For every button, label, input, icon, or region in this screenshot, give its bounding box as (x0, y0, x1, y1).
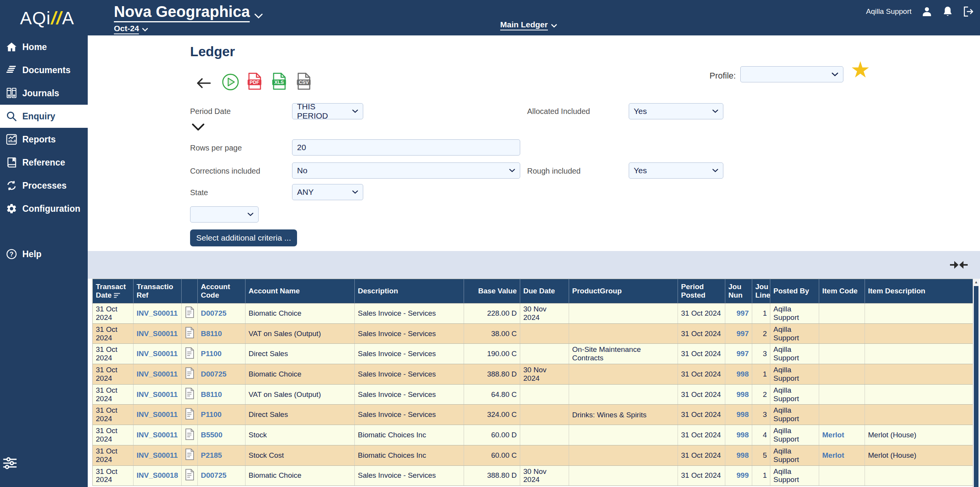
cell-document-icon[interactable] (182, 425, 198, 445)
cell-journal-number[interactable]: 998 (725, 384, 752, 405)
cell-journal-number[interactable]: 999 (725, 465, 752, 486)
export-csv-button[interactable]: CSV (296, 72, 312, 92)
cell-journal-number[interactable]: 998 (725, 364, 752, 385)
cell-transaction-ref[interactable]: INV_S00011 (134, 303, 182, 324)
logout-icon[interactable] (962, 5, 974, 18)
sidebar-item-processes[interactable]: Processes (0, 174, 88, 197)
back-button[interactable] (195, 77, 212, 91)
cell-document-icon[interactable] (182, 323, 198, 344)
cell-account-code[interactable]: B8110 (198, 384, 245, 405)
scroll-up-arrow-icon[interactable]: ▲ (973, 279, 979, 285)
cell-transaction-ref[interactable]: INV_S00018 (134, 465, 182, 486)
scrollbar-thumb[interactable] (974, 286, 978, 487)
company-selector[interactable]: Nova Geographica (114, 3, 263, 22)
col-transaction-ref[interactable]: Transactio Ref (134, 279, 182, 303)
cell-transaction-ref[interactable]: INV_S00011 (134, 425, 182, 445)
export-pdf-button[interactable]: PDF (247, 72, 262, 92)
cell-journal-number[interactable]: 997 (725, 344, 752, 364)
cell-account-name: Stock (245, 425, 355, 445)
cell-document-icon[interactable] (182, 445, 198, 465)
bell-icon[interactable] (942, 5, 953, 18)
cell-account-code[interactable]: D00725 (198, 303, 245, 324)
expand-criteria-chevron-icon[interactable] (192, 123, 205, 133)
cell-account-code[interactable]: D00725 (198, 465, 245, 486)
ledger-selector[interactable]: Main Ledger (500, 20, 557, 30)
sidebar-item-reports[interactable]: Reports (0, 128, 88, 151)
cell-due-date (520, 405, 569, 425)
cell-account-code[interactable]: P1100 (198, 344, 245, 364)
person-icon[interactable] (921, 5, 933, 18)
cell-document-icon[interactable] (182, 364, 198, 385)
sidebar-item-configuration[interactable]: Configuration (0, 197, 88, 220)
col-account-code[interactable]: Account Code (198, 279, 245, 303)
sidebar-item-enquiry[interactable]: Enquiry (0, 105, 88, 128)
rows-per-page-input[interactable] (292, 139, 520, 156)
cell-account-code[interactable]: B8110 (198, 323, 245, 344)
period-date-value: THIS PERIOD (297, 102, 348, 120)
cell-journal-number[interactable]: 997 (725, 303, 752, 324)
collapse-columns-icon[interactable] (950, 259, 968, 272)
sliders-icon[interactable] (2, 455, 18, 472)
col-description[interactable]: Description (355, 279, 464, 303)
col-period-posted[interactable]: Period Posted (678, 279, 725, 303)
cell-transaction-ref[interactable]: INV_S00011 (134, 405, 182, 425)
cell-transaction-ref[interactable]: INV_S00011 (134, 445, 182, 465)
main-content: Ledger PDF XLS CSV Profile: ★ Period Dat… (88, 35, 980, 487)
col-item-code[interactable]: Item Code (819, 279, 865, 303)
cell-transaction-ref[interactable]: INV_S00011 (134, 323, 182, 344)
state-select[interactable]: ANY (292, 184, 363, 200)
cell-period-posted: 31 Oct 2024 (678, 405, 725, 425)
run-enquiry-button[interactable] (222, 73, 239, 92)
star-icon[interactable]: ★ (850, 59, 870, 81)
chart-icon (6, 134, 17, 145)
cell-journal-number[interactable]: 998 (725, 405, 752, 425)
cell-document-icon[interactable] (182, 405, 198, 425)
col-product-group[interactable]: ProductGroup (569, 279, 678, 303)
corrections-included-select[interactable]: No (292, 162, 520, 179)
sidebar-item-documents[interactable]: Documents (0, 59, 88, 82)
cell-transact-date: 31 Oct 2024 (93, 303, 134, 324)
cell-transaction-ref[interactable]: INV_S00011 (134, 344, 182, 364)
col-posted-by[interactable]: Posted By (770, 279, 819, 303)
cell-account-code[interactable]: P2185 (198, 445, 245, 465)
table-row: 31 Oct 2024INV_S00011P1100Direct SalesSa… (93, 344, 973, 364)
additional-criteria-select[interactable] (190, 206, 259, 223)
col-base-value[interactable]: Base Value (464, 279, 520, 303)
col-due-date[interactable]: Due Date (520, 279, 569, 303)
col-account-name[interactable]: Account Name (245, 279, 355, 303)
cell-document-icon[interactable] (182, 465, 198, 486)
rough-included-select[interactable]: Yes (629, 162, 723, 179)
cell-transaction-ref[interactable]: INV_S00011 (134, 364, 182, 385)
col-journal-number[interactable]: Jou Nun (725, 279, 752, 303)
col-item-description[interactable]: Item Description (865, 279, 973, 303)
col-transact-date[interactable]: Transact Date (93, 279, 134, 303)
allocated-included-select[interactable]: Yes (629, 103, 723, 119)
select-additional-criteria-button[interactable]: Select additional criteria ... (190, 229, 297, 246)
sidebar-item-help[interactable]: ? Help (0, 243, 88, 266)
cell-journal-number[interactable]: 998 (725, 445, 752, 465)
cell-document-icon[interactable] (182, 384, 198, 405)
col-journal-line[interactable]: Jou Line (752, 279, 770, 303)
sidebar-item-home[interactable]: Home (0, 35, 88, 59)
app-root: AQi//A Nova Geographica Oct-24 Main Ledg… (0, 0, 980, 487)
cell-document-icon[interactable] (182, 344, 198, 364)
cell-item-code[interactable]: Merlot (819, 445, 865, 465)
cell-document-icon[interactable] (182, 303, 198, 324)
ledger-name: Main Ledger (500, 20, 548, 30)
table-row: 31 Oct 2024INV_S00011B8110VAT on Sales (… (93, 384, 973, 405)
cell-due-date: 30 Nov 2024 (520, 465, 569, 486)
app-logo[interactable]: AQi//A (20, 8, 74, 28)
cell-journal-number[interactable]: 997 (725, 323, 752, 344)
cell-transaction-ref[interactable]: INV_S00011 (134, 384, 182, 405)
cell-account-code[interactable]: D00725 (198, 364, 245, 385)
cell-account-code[interactable]: B5500 (198, 425, 245, 445)
sidebar-item-reference[interactable]: Reference (0, 151, 88, 174)
period-date-select[interactable]: THIS PERIOD (292, 103, 363, 119)
cell-item-code[interactable]: Merlot (819, 425, 865, 445)
cell-journal-number[interactable]: 998 (725, 425, 752, 445)
accounting-period-selector[interactable]: Oct-24 (114, 24, 263, 34)
profile-select[interactable] (740, 66, 843, 82)
sidebar-item-journals[interactable]: Journals (0, 82, 88, 105)
export-xls-button[interactable]: XLS (272, 72, 287, 92)
cell-account-code[interactable]: P1100 (198, 405, 245, 425)
